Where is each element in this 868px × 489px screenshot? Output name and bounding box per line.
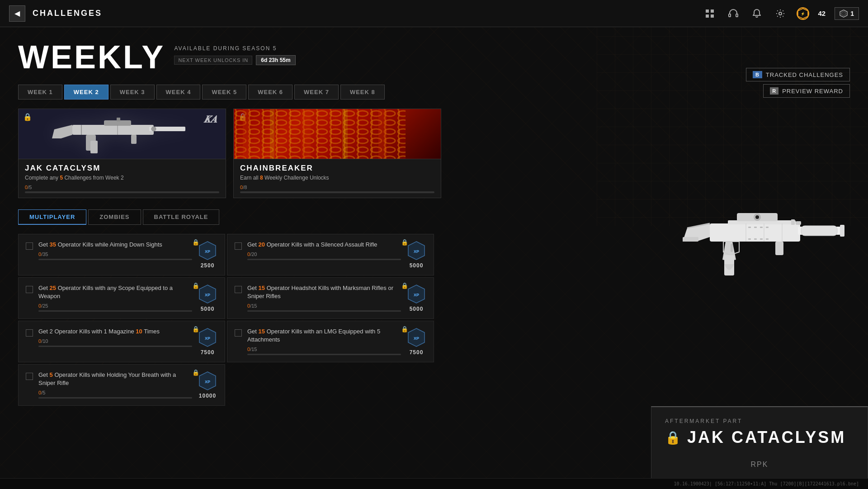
challenge-progress-bar-3: [38, 310, 192, 312]
mode-tab-battle-royale[interactable]: BATTLE ROYALE: [143, 209, 220, 225]
svg-point-6: [779, 12, 782, 15]
challenge-progress-text-6: 0/15: [247, 347, 401, 352]
week-tab-1[interactable]: WEEK 1: [18, 85, 62, 100]
mode-tab-multiplayer[interactable]: MULTIPLAYER: [18, 209, 86, 225]
challenge-item-4: Get 15 Operator Headshot Kills with Mark…: [227, 277, 434, 319]
chainbreaker-card-desc: Earn all 8 Weekly Challenge Unlocks: [240, 175, 434, 181]
svg-rect-27: [270, 109, 274, 159]
jak-progress-bar: [25, 191, 219, 193]
mode-tab-zombies[interactable]: ZOMBIES: [88, 209, 141, 225]
bell-icon[interactable]: [750, 6, 764, 21]
svg-rect-0: [706, 9, 709, 13]
challenge-checkbox-4[interactable]: [235, 286, 242, 293]
tracked-challenges-button[interactable]: B TRACKED CHALLENGES: [746, 68, 850, 81]
jak-lock-icon: 🔒: [23, 113, 32, 121]
challenge-title-2: Get 20 Operator Kills with a Silenced As…: [247, 241, 401, 249]
svg-point-21: [151, 127, 156, 131]
challenge-checkbox-3[interactable]: [26, 286, 33, 293]
svg-rect-18: [131, 135, 137, 144]
svg-rect-3: [711, 14, 714, 18]
xp-value: 42: [818, 9, 826, 17]
challenge-checkbox-7[interactable]: [26, 373, 33, 380]
preview-reward-button[interactable]: R PREVIEW REWARD: [763, 84, 850, 98]
jak-progress-sep: /5: [28, 185, 32, 190]
xp-circle: ⚡: [797, 7, 809, 20]
challenge-checkbox-1[interactable]: [26, 242, 33, 250]
challenge-item-3: Get 25 Operator Kills with any Scope Equ…: [18, 277, 225, 319]
xp-icon-7: XP: [198, 371, 217, 391]
challenge-title-5: Get 2 Operator Kills with 1 Magazine 10 …: [38, 328, 192, 336]
xp-icon-2: XP: [406, 241, 426, 261]
week-tabs-row: WEEK 1WEEK 2WEEK 3WEEK 4WEEK 5WEEK 6WEEK…: [18, 82, 850, 100]
tracked-key: B: [753, 71, 762, 78]
challenge-checkbox-5[interactable]: [26, 329, 33, 337]
chainbreaker-desc-highlight: 8: [260, 175, 263, 181]
week-tab-8[interactable]: WEEK 8: [340, 85, 385, 100]
challenge-reward-2: XP5000: [406, 241, 426, 269]
challenge-progress-bar-1: [38, 259, 192, 260]
unlock-label: NEXT WEEK UNLOCKS IN: [174, 56, 252, 65]
rank-badge: 1: [835, 7, 859, 20]
brand-logo: 𝑲𝑨: [203, 113, 221, 127]
header-section: WEEKLY AVAILABLE DURING SEASON 5 NEXT WE…: [18, 41, 850, 73]
svg-text:XP: XP: [205, 293, 210, 297]
challenge-checkbox-6[interactable]: [235, 329, 242, 337]
back-icon: ◀: [14, 9, 20, 18]
chainbreaker-card-info: CHAINBREAKER Earn all 8 Weekly Challenge…: [234, 159, 441, 198]
weekly-title: WEEKLY: [18, 41, 165, 73]
aftermarket-name: 🔒 JAK CATACLYSM: [665, 428, 854, 447]
jak-card-name: JAK CATACLYSM: [25, 164, 219, 173]
svg-rect-5: [736, 14, 738, 17]
reward-card-jak: 🔒 𝑲𝑨: [18, 109, 226, 198]
challenge-content-6: Get 15 Operator Kills with an LMG Equipp…: [247, 328, 401, 355]
unlock-timer: NEXT WEEK UNLOCKS IN 6d 23h 55m: [174, 55, 295, 65]
challenge-title-4: Get 15 Operator Headshot Kills with Mark…: [247, 284, 401, 300]
challenges-section: Get 35 Operator Kills while Aiming Down …: [18, 234, 850, 406]
jak-desc-pre: Complete any: [25, 175, 60, 181]
challenge-progress-bar-2: [247, 259, 401, 260]
challenge-xp-amount-3: 5000: [201, 306, 215, 312]
challenge-progress-text-7: 0/5: [38, 390, 192, 395]
reward-cards: 🔒 𝑲𝑨: [18, 109, 850, 198]
challenge-title-3: Get 25 Operator Kills with any Scope Equ…: [38, 284, 192, 300]
week-tab-2[interactable]: WEEK 2: [64, 85, 108, 100]
challenge-content-3: Get 25 Operator Kills with any Scope Equ…: [38, 284, 192, 312]
reward-card-chainbreaker: 🔒: [233, 109, 441, 198]
back-button[interactable]: ◀: [9, 5, 25, 22]
challenge-reward-1: XP2500: [198, 241, 217, 269]
challenge-title-6: Get 15 Operator Kills with an LMG Equipp…: [247, 328, 401, 344]
challenge-progress-bar-4: [247, 310, 401, 312]
challenge-reward-5: XP7500: [198, 328, 217, 356]
season-label: AVAILABLE DURING SEASON 5: [174, 45, 295, 52]
challenge-content-4: Get 15 Operator Headshot Kills with Mark…: [247, 284, 401, 312]
week-tab-7[interactable]: WEEK 7: [294, 85, 339, 100]
topbar-right: ⚡ 42 1: [703, 6, 859, 21]
challenge-item-6: Get 15 Operator Kills with an LMG Equipp…: [227, 321, 434, 362]
week-tab-5[interactable]: WEEK 5: [202, 85, 246, 100]
grid-icon[interactable]: [703, 6, 717, 21]
svg-text:𝑲𝑨: 𝑲𝑨: [203, 114, 217, 125]
xp-icon-5: XP: [198, 328, 217, 347]
headphones-icon[interactable]: [726, 6, 741, 21]
challenge-progress-bar-6: [247, 354, 401, 355]
xp-icon-6: XP: [406, 328, 426, 347]
week-tabs: WEEK 1WEEK 2WEEK 3WEEK 4WEEK 5WEEK 6WEEK…: [18, 85, 385, 100]
chainbreaker-progress-bar: [240, 191, 434, 193]
svg-rect-12: [72, 125, 154, 135]
challenge-checkbox-2[interactable]: [235, 242, 242, 250]
week-tab-6[interactable]: WEEK 6: [248, 85, 292, 100]
preview-key: R: [770, 87, 778, 95]
jak-card-desc: Complete any 5 Challenges from Week 2: [25, 175, 219, 181]
svg-text:XP: XP: [205, 380, 210, 384]
season-info: AVAILABLE DURING SEASON 5 NEXT WEEK UNLO…: [174, 45, 295, 65]
svg-rect-30: [378, 109, 387, 159]
svg-text:XP: XP: [414, 336, 419, 341]
challenge-reward-7: XP10000: [198, 371, 217, 399]
topbar-title: CHALLENGES: [33, 9, 102, 18]
challenge-title-7: Get 5 Operator Kills while Holding Your …: [38, 371, 192, 387]
gear-icon[interactable]: [773, 6, 788, 21]
week-tab-3[interactable]: WEEK 3: [110, 85, 155, 100]
jak-card-info: JAK CATACLYSM Complete any 5 Challenges …: [19, 159, 226, 198]
svg-rect-1: [711, 9, 714, 13]
week-tab-4[interactable]: WEEK 4: [156, 85, 201, 100]
